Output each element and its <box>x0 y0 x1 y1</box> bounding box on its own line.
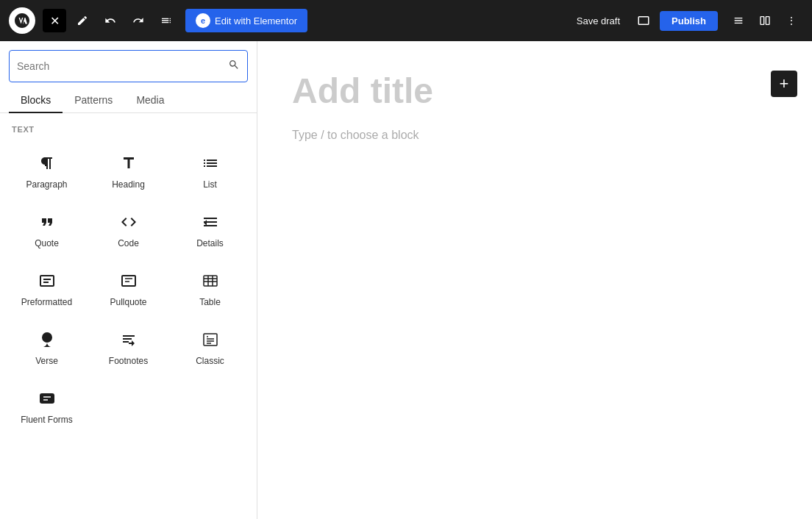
table-icon <box>199 269 222 293</box>
block-item-quote[interactable]: Quote <box>6 198 88 257</box>
section-label-text: TEXT <box>0 113 257 140</box>
more-options-button[interactable]: ⋮ <box>780 9 803 32</box>
svg-rect-1 <box>761 17 764 25</box>
edit-with-elementor-button[interactable]: e Edit with Elementor <box>185 9 307 32</box>
svg-rect-5 <box>204 276 217 286</box>
preformatted-label: Preformatted <box>21 297 72 307</box>
block-item-footnotes[interactable]: Footnotes <box>88 316 169 375</box>
block-item-code[interactable]: Code <box>88 198 169 257</box>
block-item-heading[interactable]: Heading <box>88 140 169 198</box>
svg-rect-3 <box>40 276 54 286</box>
block-item-pullquote[interactable]: Pullquote <box>88 257 169 316</box>
tabs: Blocks Patterns Media <box>0 82 257 113</box>
svg-rect-0 <box>638 17 649 25</box>
details-label: Details <box>196 238 224 248</box>
tab-media[interactable]: Media <box>124 88 176 113</box>
undo-icon <box>104 15 116 26</box>
preview-button[interactable] <box>632 9 655 32</box>
undo-button[interactable] <box>99 9 122 32</box>
elementor-icon: e <box>196 13 210 28</box>
wordpress-icon <box>13 12 31 29</box>
more-options-icon: ⋮ <box>786 15 797 26</box>
code-icon <box>117 210 140 234</box>
edit-icon-button[interactable] <box>71 9 94 32</box>
publish-button[interactable]: Publish <box>660 11 718 31</box>
split-view-button[interactable] <box>753 9 777 32</box>
block-item-table[interactable]: Table <box>169 257 251 316</box>
blocks-grid: Paragraph Heading List <box>0 140 257 434</box>
save-draft-button[interactable]: Save draft <box>569 11 627 31</box>
svg-rect-7 <box>40 393 54 404</box>
editor-area[interactable]: Add title Type / to choose a block + <box>257 41 812 519</box>
main-area: Blocks Patterns Media TEXT Paragraph Hea… <box>0 41 812 519</box>
toolbar-right-icons: ⋮ <box>727 9 803 32</box>
classic-label: Classic <box>196 356 224 366</box>
details-icon <box>199 210 222 234</box>
search-icon <box>228 59 240 74</box>
verse-label: Verse <box>35 356 58 366</box>
list-view-icon <box>160 15 172 26</box>
editor-inner: Add title Type / to choose a block <box>263 71 807 142</box>
sidebar: Blocks Patterns Media TEXT Paragraph Hea… <box>0 41 257 519</box>
pullquote-label: Pullquote <box>110 297 146 307</box>
svg-rect-2 <box>766 17 769 25</box>
table-label: Table <box>199 297 221 307</box>
fluent-forms-label: Fluent Forms <box>21 415 73 425</box>
footnotes-label: Footnotes <box>109 356 148 366</box>
block-item-fluent-forms[interactable]: Fluent Forms <box>6 375 88 434</box>
block-item-details[interactable]: Details <box>169 198 251 257</box>
redo-icon <box>132 15 144 26</box>
toolbar: ✕ e Edit with Elementor Save draft Publi… <box>0 0 812 41</box>
pullquote-icon <box>117 269 140 293</box>
quote-icon <box>35 210 59 234</box>
tab-blocks[interactable]: Blocks <box>9 88 63 113</box>
post-editor-button[interactable] <box>727 9 750 32</box>
block-item-list[interactable]: List <box>169 140 251 198</box>
split-view-icon <box>759 15 771 26</box>
block-item-classic[interactable]: Classic <box>169 316 251 375</box>
quote-label: Quote <box>35 238 59 248</box>
svg-rect-4 <box>122 276 135 286</box>
wp-logo <box>9 7 35 34</box>
list-icon <box>199 151 222 175</box>
list-label: List <box>203 179 217 190</box>
search-input[interactable] <box>17 60 222 72</box>
redo-button[interactable] <box>127 9 150 32</box>
fluent-forms-icon <box>35 387 59 410</box>
close-button[interactable]: ✕ <box>43 9 66 32</box>
search-wrapper <box>9 50 248 82</box>
list-view-button[interactable] <box>154 9 178 32</box>
editor-title[interactable]: Add title <box>292 71 777 111</box>
heading-icon <box>117 151 140 175</box>
tab-patterns[interactable]: Patterns <box>63 88 124 113</box>
code-label: Code <box>118 238 139 248</box>
heading-label: Heading <box>112 179 145 190</box>
footnotes-icon <box>117 328 140 351</box>
pencil-icon <box>76 15 88 26</box>
block-item-preformatted[interactable]: Preformatted <box>6 257 88 316</box>
block-item-verse[interactable]: Verse <box>6 316 88 375</box>
block-item-paragraph[interactable]: Paragraph <box>6 140 88 198</box>
elementor-button-label: Edit with Elementor <box>215 15 297 26</box>
verse-icon <box>35 328 59 351</box>
search-container <box>0 41 257 82</box>
add-block-button[interactable]: + <box>771 71 797 97</box>
paragraph-label: Paragraph <box>26 179 67 190</box>
paragraph-icon <box>35 151 59 175</box>
preformatted-icon <box>35 269 59 293</box>
preview-icon <box>637 14 650 27</box>
classic-icon <box>199 328 222 351</box>
post-editor-icon <box>733 15 744 26</box>
editor-body-placeholder: Type / to choose a block <box>292 129 777 142</box>
